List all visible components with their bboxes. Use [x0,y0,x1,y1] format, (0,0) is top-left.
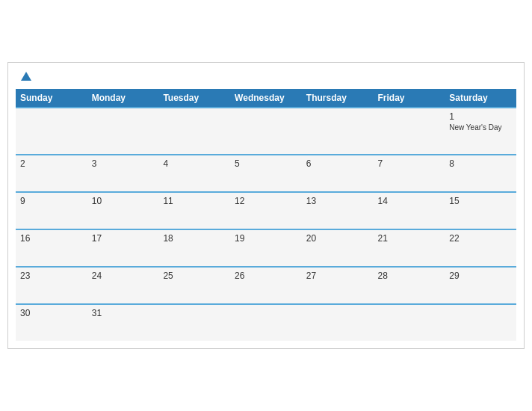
calendar-cell: 15 [445,192,516,229]
day-number: 31 [92,308,155,318]
calendar-cell: 7 [374,155,445,192]
calendar-cell [374,304,445,341]
calendar-cell: 1New Year's Day [445,108,516,155]
calendar-cell: 27 [302,267,374,304]
calendar-cell [302,108,374,155]
day-number: 27 [306,271,369,281]
day-number: 24 [92,271,155,281]
calendar-cell: 3 [87,155,159,192]
calendar-container: SundayMondayTuesdayWednesdayThursdayFrid… [7,62,525,350]
weekday-header-thursday: Thursday [302,89,374,108]
day-number: 9 [20,196,83,206]
day-number: 14 [378,196,441,206]
calendar-cell: 30 [16,304,87,341]
calendar-cell: 8 [445,155,516,192]
weekday-header-wednesday: Wednesday [230,89,302,108]
calendar-cell [374,108,445,155]
day-number: 6 [306,158,369,169]
calendar-cell: 4 [158,155,230,192]
day-number: 16 [20,233,83,244]
day-number: 28 [378,271,441,281]
calendar-cell [445,304,516,341]
day-number: 23 [20,271,83,281]
logo-triangle-icon [21,72,31,81]
week-row-5: 23242526272829 [16,267,516,304]
calendar-cell: 29 [445,267,516,304]
day-number: 7 [378,158,441,169]
calendar-cell: 9 [16,192,87,229]
calendar-header [16,70,516,84]
weekday-header-row: SundayMondayTuesdayWednesdayThursdayFrid… [16,89,516,108]
calendar-cell: 20 [302,229,374,267]
calendar-cell: 6 [302,155,374,192]
day-number: 30 [20,308,83,318]
calendar-table: SundayMondayTuesdayWednesdayThursdayFrid… [16,89,516,341]
calendar-cell: 25 [158,267,230,304]
day-number: 1 [449,111,512,122]
day-number: 4 [163,158,226,169]
week-row-2: 2345678 [16,155,516,192]
calendar-cell: 16 [16,229,87,267]
day-number: 22 [449,233,512,244]
day-number: 26 [235,271,297,281]
day-number: 11 [163,196,226,206]
calendar-cell: 12 [230,192,302,229]
weekday-header-tuesday: Tuesday [158,89,230,108]
calendar-cell: 21 [374,229,445,267]
day-number: 18 [163,233,226,244]
week-row-4: 16171819202122 [16,229,516,267]
day-number: 21 [378,233,441,244]
calendar-cell: 5 [230,155,302,192]
calendar-cell [87,108,159,155]
calendar-tbody: 1New Year's Day2345678910111213141516171… [16,108,516,341]
weekday-header-monday: Monday [87,89,159,108]
calendar-cell [158,304,230,341]
week-row-1: 1New Year's Day [16,108,516,155]
day-number: 13 [306,196,369,206]
calendar-cell [158,108,230,155]
logo-area [19,70,31,84]
calendar-cell: 26 [230,267,302,304]
calendar-cell: 22 [445,229,516,267]
calendar-cell [230,108,302,155]
calendar-cell [230,304,302,341]
calendar-cell: 13 [302,192,374,229]
calendar-cell: 28 [374,267,445,304]
day-number: 17 [92,233,155,244]
weekday-header-friday: Friday [374,89,445,108]
calendar-cell: 14 [374,192,445,229]
day-number: 3 [92,158,155,169]
day-number: 5 [235,158,297,169]
calendar-cell [302,304,374,341]
calendar-cell: 10 [87,192,159,229]
week-row-3: 9101112131415 [16,192,516,229]
calendar-cell [16,108,87,155]
day-number: 12 [235,196,297,206]
calendar-cell: 2 [16,155,87,192]
calendar-cell: 23 [16,267,87,304]
day-number: 2 [20,158,83,169]
weekday-header-saturday: Saturday [445,89,516,108]
calendar-cell: 19 [230,229,302,267]
calendar-cell: 17 [87,229,159,267]
day-number: 10 [92,196,155,206]
calendar-cell: 31 [87,304,159,341]
logo-general [19,70,31,84]
day-number: 20 [306,233,369,244]
day-number: 19 [235,233,297,244]
day-number: 25 [163,271,226,281]
calendar-thead: SundayMondayTuesdayWednesdayThursdayFrid… [16,89,516,108]
holiday-label: New Year's Day [449,123,512,132]
day-number: 15 [449,196,512,206]
week-row-6: 3031 [16,304,516,341]
calendar-cell: 11 [158,192,230,229]
weekday-header-sunday: Sunday [16,89,87,108]
calendar-cell: 24 [87,267,159,304]
calendar-cell: 18 [158,229,230,267]
day-number: 8 [449,158,512,169]
day-number: 29 [449,271,512,281]
